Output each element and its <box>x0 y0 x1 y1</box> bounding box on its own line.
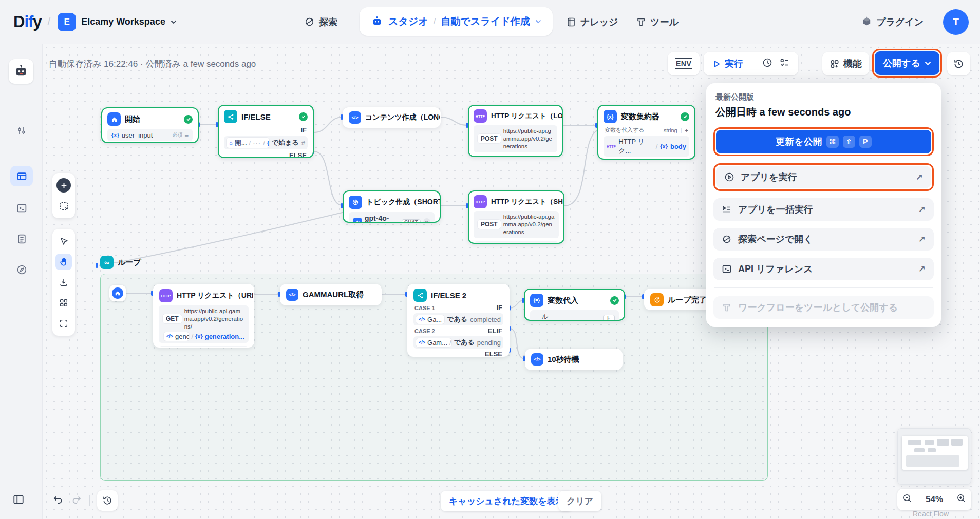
openai-icon <box>353 218 362 223</box>
zoom-out-button[interactable] <box>902 493 912 506</box>
explore-icon <box>304 16 315 27</box>
features-button[interactable]: 機能 <box>822 52 869 75</box>
app-avatar[interactable] <box>9 59 33 84</box>
ref-node: Ga... <box>427 316 442 323</box>
export-button[interactable] <box>55 274 72 291</box>
organize-nodes-button[interactable] <box>55 295 72 311</box>
workflow-canvas-icon <box>16 171 27 182</box>
terminal-icon <box>722 264 732 274</box>
home-icon <box>112 287 123 299</box>
node-title: IF/ELSE 2 <box>431 291 466 300</box>
zoom-level[interactable]: 54% <box>926 494 943 505</box>
model-row: gpt-4o-mini CHAT <box>349 212 435 223</box>
plus-icon <box>56 178 71 193</box>
node-http-get-url[interactable]: HTTP HTTP リクエスト（URL取得） GET https://publi… <box>153 284 254 348</box>
show-cached-variables-button[interactable]: キャッシュされた変数を表示 <box>441 491 573 511</box>
nav-studio-breadcrumb[interactable]: スタジオ / 自動でスライド作成 <box>360 7 553 36</box>
version-history-button[interactable] <box>947 52 970 75</box>
publish-button-highlight: 公開する <box>872 49 942 78</box>
node-wait-10s[interactable]: </> 10秒待機 <box>525 349 623 370</box>
llm-icon <box>349 196 362 209</box>
compare-value: completed <box>470 316 501 323</box>
node-palette <box>52 173 75 218</box>
nav-tools[interactable]: ツール <box>636 16 679 28</box>
nav-explore[interactable]: 探索 <box>304 16 337 28</box>
update-publish-button[interactable]: 更新を公開 ⌘ ⇧ P <box>716 130 931 153</box>
condition-row: </> Ga... /···/ {x}s.. である completed <box>413 313 503 325</box>
document-icon <box>16 234 27 244</box>
minimap[interactable] <box>897 428 971 485</box>
compass-icon <box>16 264 27 275</box>
http-icon: HTTP <box>159 289 173 302</box>
add-note-button[interactable] <box>55 198 72 214</box>
node-http-long[interactable]: HTTP HTTP リクエスト（LONG_VER） POST https://p… <box>468 105 563 157</box>
sidebar-item-monitoring[interactable] <box>10 259 33 280</box>
nav-label: ナレッジ <box>580 16 618 28</box>
code-icon: </> <box>531 353 543 366</box>
request-url: https://public-api.gamma.app/v0.2/genera… <box>503 127 553 150</box>
nav-knowledge[interactable]: ナレッジ <box>566 16 618 28</box>
clear-button[interactable]: クリア <box>558 491 601 511</box>
node-content-long[interactable]: </> コンテンツ作成（LONG_VER） <box>343 107 441 128</box>
tool-icon <box>722 302 732 313</box>
loop-end-icon <box>650 293 664 306</box>
layout-grid-icon <box>59 298 68 307</box>
run-label: 実行 <box>725 57 743 70</box>
autosave-status: 自動保存済み 16:22:46 · 公開済み a few seconds ago <box>49 58 256 70</box>
add-node-button[interactable] <box>55 177 72 194</box>
nav-label: ツール <box>650 16 679 28</box>
app-sidebar <box>0 44 43 519</box>
sidebar-item-terminal[interactable] <box>10 198 33 218</box>
menu-item-run-app[interactable]: アプリを実行 ↗ <box>716 166 931 188</box>
publish-button[interactable]: 公開する <box>875 51 939 75</box>
node-http-short[interactable]: HTTP HTTP リクエスト（SHORT_VER） POST https://… <box>468 190 564 244</box>
sidebar-item-logs[interactable] <box>10 228 33 249</box>
node-if-else[interactable]: IF/ELSE IF ⌂ 開... /···/ {x} user_in... で… <box>218 105 314 158</box>
success-check-icon <box>299 112 308 121</box>
nav-plugins[interactable]: プラグイン <box>861 16 924 28</box>
user-avatar[interactable]: T <box>943 9 969 35</box>
loop-icon: ∞ <box>100 256 114 269</box>
node-variable-aggregator[interactable]: {x} 変数集約器 変数を代入する string | + HTTP HTTP リ… <box>597 105 695 160</box>
add-variable-icon[interactable]: + <box>685 127 688 133</box>
collapse-sidebar-button[interactable] <box>12 493 25 508</box>
checklist-icon[interactable] <box>777 57 793 70</box>
fit-view-button[interactable] <box>55 315 72 332</box>
node-topic-short[interactable]: トピック作成（SHORT_VER） gpt-4o-mini CHAT <box>343 190 441 223</box>
dify-logo[interactable]: Dify <box>13 13 42 31</box>
menu-divider <box>714 287 933 288</box>
hand-tool-button[interactable] <box>55 254 72 270</box>
run-app-highlight: アプリを実行 ↗ <box>713 163 934 191</box>
workspace-selector[interactable]: E Elcamy Workspace <box>58 13 177 31</box>
menu-item-batch-run[interactable]: アプリを一括実行 ↗ <box>713 198 934 221</box>
note-icon <box>59 201 69 211</box>
menu-item-publish-as-tool: ワークフローをツールとして公開する <box>713 296 934 319</box>
nav-label: プラグイン <box>876 16 924 28</box>
redo-button[interactable] <box>71 494 82 507</box>
node-start[interactable]: 開始 {x} user_input 必須≡ <box>101 107 199 143</box>
menu-item-open-explore[interactable]: 探索ページで開く ↗ <box>713 228 934 251</box>
menu-item-label: ワークフローをツールとして公開する <box>738 301 898 314</box>
zoom-in-button[interactable] <box>956 493 966 506</box>
menu-item-api-reference[interactable]: API リファレンス ↗ <box>713 258 934 280</box>
sidebar-item-workflow[interactable] <box>10 166 33 186</box>
eye-icon[interactable] <box>423 218 430 223</box>
sidebar-item-orchestrate[interactable] <box>10 121 33 141</box>
pointer-tool-button[interactable] <box>55 233 72 249</box>
node-variable-assign[interactable]: {=} 変数代入 ∞ ループ / {x}gammaUrl 上書き <box>524 289 625 321</box>
hash-icon: # <box>301 139 305 147</box>
loop-start-node[interactable] <box>109 285 126 301</box>
env-variables-button[interactable]: ENV <box>668 52 700 75</box>
method-badge: POST <box>478 134 501 143</box>
run-history-icon[interactable] <box>762 57 772 70</box>
run-button[interactable]: 実行 <box>709 57 747 70</box>
node-gammaurl[interactable]: </> GAMMAURL取得 <box>280 284 382 305</box>
loop-node-header[interactable]: ∞ ループ <box>100 256 141 269</box>
node-if-else-2[interactable]: IF/ELSE 2 CASE 1 IF </> Ga... /···/ {x}s… <box>407 284 510 357</box>
undo-button[interactable] <box>52 494 64 507</box>
if-label: IF <box>496 304 502 312</box>
condition-row: </> Gam... /···/ {x}s... である pending <box>413 336 503 349</box>
change-history-button[interactable] <box>97 490 118 511</box>
home-icon <box>107 112 121 126</box>
method-badge: POST <box>478 220 501 229</box>
